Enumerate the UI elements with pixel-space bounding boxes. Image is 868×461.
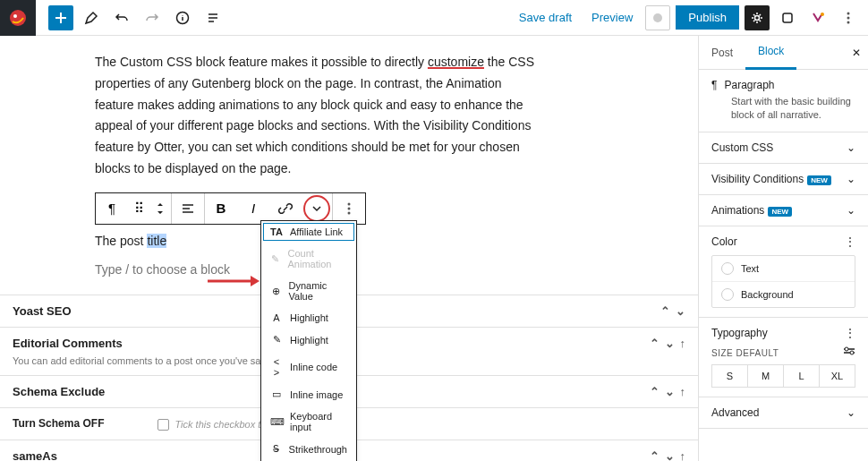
- info-button[interactable]: [170, 5, 195, 30]
- more-icon[interactable]: ⋮: [845, 327, 855, 339]
- preview-button[interactable]: Preview: [584, 11, 640, 24]
- add-block-button[interactable]: [48, 5, 73, 30]
- settings-icon[interactable]: [843, 346, 855, 355]
- arrow-up-icon[interactable]: ↑: [680, 449, 686, 461]
- editor-canvas: The Custom CSS block feature makes it po…: [0, 36, 698, 461]
- annotation-arrow: [208, 274, 260, 288]
- tab-post[interactable]: Post: [699, 36, 745, 70]
- arrow-up-icon[interactable]: ↑: [680, 337, 686, 350]
- arrow-up-icon[interactable]: ↑: [680, 385, 686, 398]
- paragraph-icon: ¶: [711, 79, 717, 91]
- dropdown-item-keyboard-input[interactable]: ⌨Keyboard input: [261, 406, 356, 438]
- more-icon[interactable]: ⋮: [845, 235, 855, 248]
- chevron-up-icon[interactable]: ⌃: [650, 337, 660, 350]
- svg-point-8: [847, 16, 850, 19]
- outline-button[interactable]: [200, 5, 226, 30]
- svg-point-15: [845, 347, 848, 351]
- selected-text: title: [147, 234, 166, 248]
- svg-point-16: [850, 351, 854, 354]
- plugin-icon-1[interactable]: [775, 5, 800, 30]
- drag-handle[interactable]: ⠿: [128, 193, 149, 224]
- top-toolbar: Save draft Preview Publish: [0, 0, 868, 36]
- svg-point-10: [348, 202, 351, 205]
- settings-button[interactable]: [745, 5, 770, 30]
- svg-point-11: [348, 207, 351, 209]
- chevron-down-icon[interactable]: ⌄: [665, 337, 675, 350]
- animations-row[interactable]: AnimationsNEW⌄: [699, 195, 868, 226]
- chevron-down-icon[interactable]: ⌄: [665, 449, 675, 461]
- background-color-option[interactable]: Background: [712, 282, 855, 307]
- customize-link[interactable]: customize: [428, 55, 484, 69]
- svg-point-12: [348, 211, 351, 214]
- close-sidebar-button[interactable]: ✕: [852, 47, 861, 59]
- dropdown-item-count-animation: ✎Count Animation: [261, 243, 356, 275]
- block-options-button[interactable]: [333, 193, 365, 224]
- save-draft-button[interactable]: Save draft: [512, 11, 579, 24]
- yoast-icon[interactable]: [805, 5, 830, 30]
- svg-point-4: [755, 15, 760, 20]
- chevron-down-icon: ⌄: [847, 173, 855, 185]
- chevron-down-icon[interactable]: ⌄: [676, 304, 685, 318]
- undo-button[interactable]: [109, 5, 134, 30]
- bold-button[interactable]: B: [205, 193, 237, 224]
- svg-point-7: [847, 12, 850, 14]
- paragraph-type-button[interactable]: ¶: [96, 193, 128, 224]
- settings-sidebar: Post Block ✕ ¶Paragraph Start with the b…: [698, 36, 868, 461]
- more-menu-button[interactable]: [836, 5, 861, 30]
- visibility-row[interactable]: Visibility ConditionsNEW⌄: [699, 164, 868, 195]
- dropdown-item-strikethrough[interactable]: S̶Strikethrough: [261, 438, 356, 460]
- chevron-up-icon[interactable]: ⌃: [650, 449, 660, 461]
- chevron-up-icon[interactable]: ⌃: [650, 385, 660, 398]
- svg-point-9: [847, 21, 850, 23]
- redo-button[interactable]: [140, 5, 165, 30]
- dropdown-item-dynamic-value[interactable]: ⊕Dynamic Value: [261, 275, 356, 307]
- color-section: Color⋮ Text Background: [699, 226, 868, 318]
- dropdown-item-inline-code[interactable]: < >Inline code: [261, 351, 356, 383]
- chevron-down-icon: ⌄: [847, 406, 855, 419]
- size-xl[interactable]: XL: [820, 365, 855, 387]
- paragraph-block[interactable]: The Custom CSS block feature makes it po…: [95, 52, 537, 180]
- edit-mode-button[interactable]: [79, 5, 104, 30]
- dropdown-item-inline-image[interactable]: ▭Inline image: [261, 383, 356, 406]
- chevron-down-icon: ⌄: [847, 204, 855, 217]
- svg-point-1: [13, 14, 17, 18]
- text-color-option[interactable]: Text: [712, 256, 855, 282]
- schema-checkbox[interactable]: [157, 419, 169, 431]
- align-button[interactable]: [172, 193, 204, 224]
- svg-point-3: [653, 13, 662, 22]
- dropdown-item-highlight[interactable]: ✎Highlight: [261, 329, 356, 351]
- italic-button[interactable]: I: [237, 193, 269, 224]
- advanced-row[interactable]: Advanced⌄: [699, 397, 868, 429]
- size-l[interactable]: L: [784, 365, 820, 387]
- svg-marker-14: [251, 276, 260, 286]
- svg-point-6: [821, 13, 824, 16]
- formatting-dropdown: TAAffiliate Link✎Count Animation⊕Dynamic…: [260, 220, 357, 461]
- svg-point-0: [10, 10, 26, 26]
- link-button[interactable]: [269, 193, 302, 224]
- dropdown-item-highlight[interactable]: AHighlight: [261, 307, 356, 329]
- typography-section: Typography⋮ SIZE DEFAULT SMLXL: [699, 318, 868, 397]
- publish-button[interactable]: Publish: [676, 5, 739, 30]
- tab-block[interactable]: Block: [745, 36, 796, 70]
- svg-rect-5: [783, 13, 792, 22]
- view-button[interactable]: [645, 5, 670, 30]
- custom-css-row[interactable]: Custom CSS⌄: [699, 132, 868, 164]
- block-info: ¶Paragraph Start with the basic building…: [699, 70, 868, 132]
- size-m[interactable]: M: [748, 365, 784, 387]
- chevron-up-icon[interactable]: ⌃: [660, 304, 670, 318]
- more-formatting-button[interactable]: [303, 195, 330, 222]
- chevron-down-icon: ⌄: [847, 141, 855, 154]
- size-s[interactable]: S: [712, 365, 748, 387]
- move-buttons[interactable]: [149, 193, 171, 224]
- chevron-down-icon[interactable]: ⌄: [665, 385, 675, 398]
- dropdown-item-affiliate-link[interactable]: TAAffiliate Link: [261, 221, 356, 243]
- wp-logo[interactable]: [0, 0, 36, 36]
